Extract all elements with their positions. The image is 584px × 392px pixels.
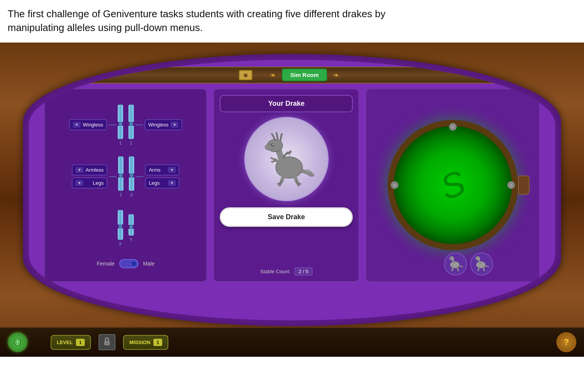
tab-simroom[interactable]: Sim Room [282, 69, 327, 81]
stable-count-value: 2 / 5 [294, 267, 313, 276]
nav-home-icon [12, 337, 23, 348]
stable-count-area: Stable Count: 2 / 5 [260, 264, 313, 276]
level-value: 1 [76, 339, 85, 346]
chr-2-left-top [118, 156, 123, 174]
saved-drake-2 [470, 253, 493, 276]
gender-toggle[interactable] [119, 259, 138, 268]
chr-2-left-label: 2 [120, 192, 122, 197]
level-button[interactable]: LEVEL 1 [51, 335, 91, 350]
male-label: Male [143, 261, 155, 267]
portal-symbol: S [435, 163, 470, 208]
chr-1-left-bot [118, 126, 123, 139]
chr-1-right-stick: 1 [128, 105, 134, 145]
right-allele-arms-label: Arms [149, 167, 160, 173]
xy-chromosome-row: X Y [118, 210, 134, 246]
left-allele-wingless-1[interactable]: ▼ Wingless [69, 119, 107, 130]
chr-x-stick: X [118, 210, 123, 246]
left-allele-armless[interactable]: ▼ Armless [72, 164, 107, 175]
mission-label: MISSION [129, 340, 150, 345]
portal-bolt-right [507, 181, 515, 189]
chr-2-right-top [129, 156, 134, 174]
help-button[interactable]: ? [556, 332, 576, 352]
left-allele-legs-label: Legs [93, 180, 104, 186]
chr-1-visual: 1 1 [118, 105, 134, 145]
ornament-right: ❧ [333, 71, 339, 80]
top-bar: ▣ ❧ Sim Room ❧ [36, 67, 548, 84]
lock-svg [103, 337, 111, 346]
saved-drake-2-svg [473, 255, 490, 272]
portal-handle [518, 175, 530, 195]
chr-1-right-bot [128, 126, 134, 139]
connector-right-2 [136, 176, 143, 177]
dropdown-arrow-right-1[interactable]: ▼ [171, 122, 178, 128]
stable-count-label: Stable Count: [260, 269, 291, 274]
chr-2-left-stick: 2 [118, 156, 123, 197]
mission-value: 1 [153, 339, 162, 346]
svg-point-9 [475, 256, 480, 260]
right-allele-legs-label: Legs [149, 180, 160, 186]
intro-text: The first challenge of Geniventure tasks… [0, 0, 537, 43]
dropdown-arrow-left-legs[interactable]: ▼ [76, 180, 83, 186]
chr-x-top [118, 210, 123, 225]
portal-container: S [388, 120, 518, 250]
chr-y-label: Y [130, 237, 132, 242]
table-area: ▣ ❧ Sim Room ❧ ▼ Wingless [23, 54, 561, 326]
right-allele-legs[interactable]: Legs ▼ [145, 177, 179, 189]
chr-2-right-label: 2 [130, 192, 133, 197]
dropdown-arrow-right-arms[interactable]: ▼ [168, 167, 176, 173]
chr-2-left-bot [118, 177, 123, 191]
intro-line1: The first challenge of Geniventure tasks… [8, 7, 525, 21]
xy-visual: X Y [118, 210, 134, 246]
game-container: ▣ ❧ Sim Room ❧ ▼ Wingless [0, 43, 584, 357]
svg-point-6 [449, 256, 454, 260]
saved-drake-1-svg [447, 255, 464, 272]
bottom-nav: LEVEL 1 MISSION 1 ? [0, 327, 584, 357]
chr-1-left-top [118, 105, 123, 122]
right-allele-arms[interactable]: Arms ▼ [145, 164, 179, 175]
portal-display: S [388, 120, 518, 250]
connector-left-2 [109, 176, 117, 177]
chr-x-mid [118, 225, 122, 228]
chr-y-bot [128, 229, 134, 236]
panels-container: ▼ Wingless 1 [44, 89, 540, 282]
chr-2-visual: 2 2 [118, 156, 134, 197]
chr-1-left-label: 1 [119, 141, 122, 145]
chr-x-label: X [119, 241, 122, 246]
portal-panel: S [365, 89, 540, 282]
mission-button[interactable]: MISSION 1 [123, 335, 168, 350]
connector-right-1 [135, 125, 143, 125]
drake-panel: Your Drake [213, 89, 359, 282]
svg-point-7 [450, 258, 451, 259]
chr-2-right-bot [129, 177, 134, 191]
dropdown-arrow-left-armless[interactable]: ▼ [76, 167, 83, 173]
right-allele-wingless-1[interactable]: Wingless ▼ [145, 119, 183, 130]
cassette-symbol: ▣ [243, 72, 248, 78]
drake-display-circle [244, 117, 329, 201]
chr-2-right-mid [130, 174, 133, 177]
dropdown-arrow-right-legs[interactable]: ▼ [168, 180, 176, 186]
nav-lock-icon [99, 334, 115, 350]
dropdown-arrow-left-1[interactable]: ▼ [73, 122, 81, 128]
table-inner: ▣ ❧ Sim Room ❧ ▼ Wingless [29, 60, 555, 320]
saved-drakes-area [444, 253, 493, 276]
drake-illustration [256, 126, 317, 192]
left-allele-legs[interactable]: ▼ Legs [72, 177, 107, 189]
chr-1-right-top [128, 105, 134, 122]
chr-1-left-mid [118, 122, 122, 126]
chr-y-top [128, 214, 134, 225]
portal-bolt-left [391, 181, 398, 189]
your-drake-title: Your Drake [220, 95, 353, 112]
right-allele-wingless-1-label: Wingless [148, 122, 169, 128]
intro-line2: manipulating alleles using pull-down men… [8, 21, 525, 34]
chr-1-right-label: 1 [130, 141, 132, 145]
nav-home-button[interactable] [8, 332, 28, 352]
left-allele-wingless-1-label: Wingless [83, 122, 103, 128]
genetics-area: ▼ Wingless 1 [53, 102, 199, 268]
save-drake-button[interactable]: Save Drake [220, 207, 353, 227]
chr-2-left-mid [119, 174, 123, 177]
chr-x-bot [118, 228, 123, 240]
cassette-icon[interactable]: ▣ [239, 70, 252, 80]
svg-point-10 [476, 258, 477, 259]
ornament-left: ❧ [270, 71, 276, 80]
chr-y-mid [129, 225, 133, 229]
